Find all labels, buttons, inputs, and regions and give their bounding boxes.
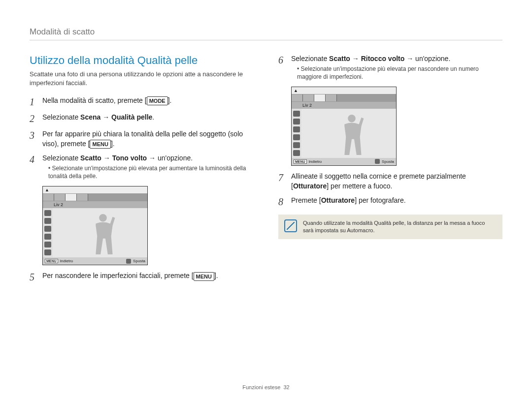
menu-label-icon: MENU bbox=[45, 259, 58, 263]
option-row bbox=[43, 193, 147, 201]
sidebar-icon bbox=[293, 126, 300, 132]
intro-text: Scattate una foto di una persona utilizz… bbox=[30, 70, 254, 87]
step-text: Premete [ bbox=[291, 196, 321, 204]
option-icon bbox=[303, 94, 314, 101]
sidebar-icon bbox=[44, 234, 51, 240]
up-arrow-icon: ▲ bbox=[45, 187, 49, 192]
person-silhouette-icon bbox=[86, 212, 120, 255]
step-text: → bbox=[100, 113, 111, 121]
page-number: 32 bbox=[283, 384, 289, 390]
step-text: Selezionate bbox=[42, 154, 80, 162]
note-box: Quando utilizzate la modalità Qualità pe… bbox=[278, 215, 502, 239]
step-number: 5 bbox=[30, 271, 42, 283]
note-icon bbox=[284, 219, 297, 232]
lcd-sidebar bbox=[292, 109, 301, 158]
lcd-sidebar bbox=[43, 208, 53, 257]
sidebar-icon bbox=[44, 249, 51, 255]
step-text: → bbox=[350, 55, 361, 62]
step-number: 3 bbox=[30, 129, 42, 141]
level-label: Liv 2 bbox=[43, 201, 147, 208]
dpad-icon bbox=[375, 159, 380, 164]
step-5: 5 Per nascondere le imperfezioni faccial… bbox=[30, 271, 254, 283]
dpad-icon bbox=[126, 259, 131, 264]
step-bold: Scatto bbox=[329, 55, 350, 62]
step-number: 4 bbox=[30, 154, 42, 165]
sidebar-icon bbox=[293, 150, 300, 156]
level-label: Liv 2 bbox=[292, 102, 396, 109]
step-text: ]. bbox=[111, 140, 115, 148]
step-text: ]. bbox=[214, 272, 218, 279]
step-bold: Scatto bbox=[80, 154, 101, 162]
option-icon bbox=[326, 94, 337, 101]
step-text: ]. bbox=[168, 96, 172, 104]
step-number: 2 bbox=[30, 113, 42, 124]
step-bold: Qualità pelle bbox=[111, 113, 152, 121]
step-text: → un'opzione. bbox=[404, 55, 450, 62]
sidebar-icon bbox=[44, 242, 51, 247]
step-4: 4 Selezionate Scatto → Tono volto → un'o… bbox=[30, 154, 254, 181]
step-number: 8 bbox=[278, 196, 291, 208]
step-text: Nella modalità di scatto, premete [ bbox=[42, 96, 147, 104]
step-bold: Otturatore bbox=[293, 182, 327, 190]
option-icon bbox=[292, 94, 303, 101]
lcd-preview-2: ▲ Liv 2 bbox=[291, 87, 397, 166]
menu-label-icon: MENU bbox=[294, 159, 307, 164]
menu-key: MENU bbox=[90, 140, 110, 149]
option-icon-selected bbox=[314, 94, 326, 101]
section-title: Utilizzo della modalità Qualità pelle bbox=[30, 54, 254, 67]
sidebar-icon bbox=[293, 111, 300, 117]
option-row bbox=[292, 94, 396, 102]
step-text: Per far apparire più chiara la tonalità … bbox=[42, 130, 243, 148]
step-7: 7 Allineate il soggetto nella cornice e … bbox=[278, 172, 502, 191]
step-bullet: Selezionate un'impostazione più elevata … bbox=[297, 65, 502, 81]
step-text: → bbox=[101, 154, 112, 162]
step-text: Selezionate bbox=[42, 113, 80, 121]
page-footer: Funzioni estese 32 bbox=[0, 384, 532, 390]
step-number: 1 bbox=[30, 96, 42, 108]
step-bold: Tono volto bbox=[112, 154, 147, 162]
breadcrumb: Modalità di scatto bbox=[30, 27, 502, 40]
step-text: ] per mettere a fuoco. bbox=[327, 182, 392, 190]
sidebar-icon bbox=[44, 210, 51, 216]
step-1: 1 Nella modalità di scatto, premete [MOD… bbox=[30, 96, 254, 108]
lcd-preview-1: ▲ Liv 2 bbox=[42, 186, 148, 265]
step-number: 6 bbox=[278, 54, 291, 66]
mode-key: MODE bbox=[147, 96, 168, 105]
svg-point-0 bbox=[99, 214, 107, 222]
step-6: 6 Selezionate Scatto → Ritocco volto → u… bbox=[278, 54, 502, 82]
lcd-footer: MENU Indietro Sposta bbox=[43, 257, 147, 265]
note-bold: Automacro bbox=[347, 227, 373, 233]
move-label: Sposta bbox=[133, 259, 145, 263]
back-label: Indietro bbox=[60, 259, 73, 263]
sidebar-icon bbox=[44, 226, 51, 232]
option-icon-selected bbox=[66, 194, 77, 201]
sidebar-icon bbox=[293, 142, 300, 148]
step-3: 3 Per far apparire più chiara la tonalit… bbox=[30, 129, 254, 149]
step-bold: Otturatore bbox=[321, 196, 355, 204]
option-icon bbox=[77, 194, 88, 201]
right-column: 6 Selezionate Scatto → Ritocco volto → u… bbox=[278, 54, 502, 288]
back-label: Indietro bbox=[309, 159, 322, 164]
step-2: 2 Selezionate Scena → Qualità pelle. bbox=[30, 113, 254, 124]
person-silhouette-icon bbox=[334, 113, 369, 156]
step-bold: Scena bbox=[80, 113, 100, 121]
sidebar-icon bbox=[293, 119, 300, 124]
step-bold: Ritocco volto bbox=[361, 55, 405, 62]
move-label: Sposta bbox=[382, 159, 394, 164]
step-number: 7 bbox=[278, 172, 291, 184]
step-text: . bbox=[152, 113, 154, 121]
option-icon bbox=[43, 194, 54, 201]
preview-area bbox=[301, 109, 396, 158]
sidebar-icon bbox=[44, 218, 51, 224]
step-8: 8 Premete [Otturatore] per fotografare. bbox=[278, 196, 502, 208]
step-text: → un'opzione. bbox=[147, 154, 193, 162]
step-bullet: Selezionate un'impostazione più elevata … bbox=[48, 164, 254, 180]
step-text: Selezionate bbox=[291, 55, 329, 62]
up-arrow-icon: ▲ bbox=[294, 88, 298, 93]
option-icon bbox=[54, 194, 66, 201]
menu-key: MENU bbox=[194, 272, 214, 281]
svg-point-1 bbox=[348, 115, 356, 123]
note-text: Quando utilizzate la modalità Qualità pe… bbox=[303, 220, 485, 233]
left-column: Utilizzo della modalità Qualità pelle Sc… bbox=[30, 54, 254, 288]
step-text: Per nascondere le imperfezioni facciali,… bbox=[42, 272, 194, 279]
